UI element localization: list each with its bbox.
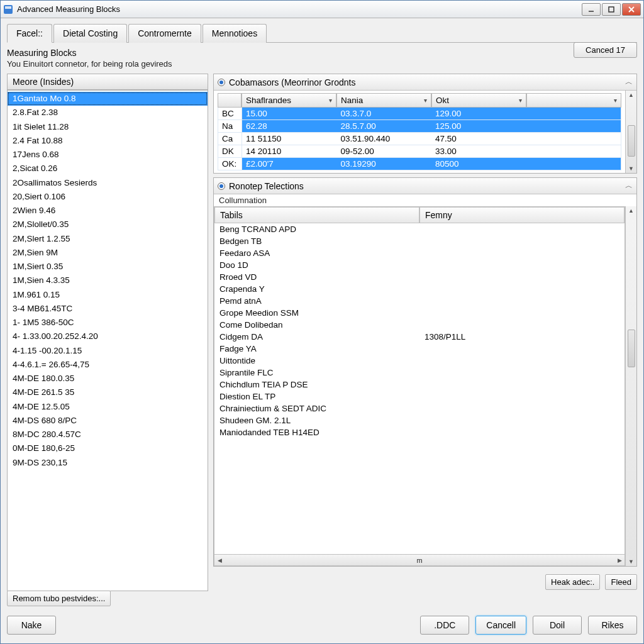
footer-button-doil[interactable]: Doil: [533, 616, 582, 635]
list-item[interactable]: 4- 1.33.00.20.252.4.20: [8, 330, 208, 343]
list-item[interactable]: 2M,Slollet/0.35: [8, 218, 208, 231]
scroll-right-icon[interactable]: ▶: [614, 557, 625, 564]
main-grid: Meore (Insides) 1Gantato Mo 0.82.8.Fat 2…: [7, 74, 637, 591]
top-grid-title: Cobamasors (Meorrinor Grodnts: [229, 77, 356, 87]
fieldset-subtitle: You Einuitort connetor, for being rola g…: [7, 59, 637, 69]
chevron-up-icon[interactable]: ︿: [625, 77, 633, 87]
bottom-table-header[interactable]: Ronotep Telections ︿: [214, 178, 636, 194]
bottom-table-scrollbar[interactable]: ▲ ▼: [625, 206, 636, 566]
table-row[interactable]: Chichdlum TEIA P DSE: [214, 379, 625, 391]
table-row[interactable]: Uittontide: [214, 355, 625, 367]
list-item[interactable]: 1Gantato Mo 0.8: [8, 92, 208, 106]
tab-0[interactable]: Facel::: [7, 24, 52, 43]
table-row[interactable]: Come Dolibedan: [214, 319, 625, 331]
window-controls: [582, 3, 641, 16]
bottom-link-left[interactable]: Remom tubo pestvides:...: [7, 591, 111, 606]
heak-button[interactable]: Heak adec:.: [545, 574, 600, 590]
scroll-up-icon[interactable]: ▲: [628, 92, 634, 98]
table-row[interactable]: Ca11 5115003.51.90.44047.50: [218, 133, 621, 145]
list-item[interactable]: 1M,Sien 4.3.35: [8, 274, 208, 287]
table-row[interactable]: Siprantile FLC: [214, 367, 625, 379]
table-row[interactable]: Pemd atnA: [214, 295, 625, 307]
list-item[interactable]: 2.4 Fat 10.88: [8, 134, 208, 148]
list-item[interactable]: 9M-DS 230,15: [8, 456, 208, 470]
footer-button-ddc[interactable]: .DDC: [420, 616, 469, 635]
list-item[interactable]: 4-4.6.1.= 26.65-4,75: [8, 358, 208, 372]
top-grid-group: Cobamasors (Meorrinor Grodnts ︿ Shaflran…: [213, 74, 637, 174]
column-header[interactable]: Okt▾: [431, 93, 526, 108]
table-row[interactable]: Cidgem DA1308/P1LL: [214, 331, 625, 343]
table-row[interactable]: Diestion EL TP: [214, 391, 625, 402]
table-row[interactable]: Na62.2828.5.7.00125.00: [218, 120, 621, 133]
list-item[interactable]: 4-1.15 -00.20.1.15: [8, 344, 208, 358]
table-row[interactable]: Crapenda Y: [214, 283, 625, 295]
list-item[interactable]: 4M-DS 680 8/PC: [8, 414, 208, 428]
list-item[interactable]: 2M,Slert 1.2.55: [8, 232, 208, 246]
list-item[interactable]: 1it Sielet 11.28: [8, 120, 208, 134]
list-item[interactable]: 1M,Siert 0.35: [8, 260, 208, 274]
tab-1[interactable]: Dietal Costing: [53, 24, 127, 43]
column-header[interactable]: Shaflrandes▾: [242, 93, 336, 108]
column-header[interactable]: Nania▾: [336, 93, 431, 108]
nake-button[interactable]: Nake: [7, 616, 56, 635]
fleed-button[interactable]: Fleed: [605, 574, 637, 590]
bottom-table-head: TabilsFemny: [214, 207, 625, 223]
table-row[interactable]: Chrainiectium & SEDT ADIC: [214, 402, 625, 414]
footer-button-rikes[interactable]: Rikes: [588, 616, 637, 635]
list-item[interactable]: 2Wien 9.46: [8, 204, 208, 218]
tab-2[interactable]: Contromernte: [128, 24, 201, 43]
list-item[interactable]: 2M,Sien 9M: [8, 246, 208, 260]
bottom-table-body[interactable]: Beng TCRAND APDBedgen TBFeedaro ASADoo 1…: [214, 223, 625, 554]
table-row[interactable]: BC15.0003.3.7.0129.00: [218, 108, 621, 120]
horizontal-scrollbar[interactable]: ◀ m ▶: [214, 554, 625, 565]
list-item[interactable]: 2Osallimatos Sesierds: [8, 176, 208, 190]
left-listbox[interactable]: 1Gantato Mo 0.82.8.Fat 2.381it Sielet 11…: [7, 90, 208, 591]
list-item[interactable]: 2,Sicat 0.26: [8, 162, 208, 175]
list-item[interactable]: 1M.961 0.15: [8, 288, 208, 302]
scroll-up-icon[interactable]: ▲: [628, 208, 634, 214]
list-item[interactable]: 1- 1M5 386-50C: [8, 316, 208, 330]
list-item[interactable]: 4M-DE 12.5.05: [8, 400, 208, 414]
scroll-down-icon[interactable]: ▼: [628, 558, 634, 565]
column-header[interactable]: ▾: [526, 93, 621, 108]
table-row[interactable]: Feedaro ASA: [214, 247, 625, 259]
table-row[interactable]: DK14 2011009-52.0033.00: [218, 145, 621, 158]
list-item[interactable]: 2.8.Fat 2.38: [8, 106, 208, 119]
list-item[interactable]: 3-4 MB61.45TC: [8, 302, 208, 316]
column-header[interactable]: Femny: [419, 207, 625, 223]
scroll-down-icon[interactable]: ▼: [628, 165, 634, 172]
top-grid-scrollbar[interactable]: ▲ ▼: [625, 91, 636, 173]
table-row[interactable]: Grope Meedion SSM: [214, 307, 625, 319]
table-row[interactable]: Shudeen GM. 2.1L: [214, 414, 625, 426]
list-item[interactable]: 0M-DE 180,6-25: [8, 441, 208, 455]
scroll-left-icon[interactable]: ◀: [214, 557, 225, 564]
table-row[interactable]: OK:£2.00'703.1929080500: [218, 158, 621, 170]
close-button[interactable]: [622, 3, 641, 16]
svg-rect-3: [609, 7, 614, 12]
minimize-button[interactable]: [582, 3, 601, 16]
chevron-up-icon[interactable]: ︿: [625, 180, 633, 191]
column-header[interactable]: Tabils: [214, 207, 419, 223]
tab-3[interactable]: Mennotioes: [203, 24, 267, 43]
scroll-thumb[interactable]: [628, 125, 635, 157]
footer-button-cancell[interactable]: Cancell: [475, 616, 526, 635]
hscroll-label: m: [225, 557, 614, 564]
fieldset-title: Measuring Blocks: [7, 48, 637, 58]
list-item[interactable]: 4M-DE 180.0.35: [8, 372, 208, 386]
table-row[interactable]: Beng TCRAND APD: [214, 223, 625, 235]
cancel-top-button[interactable]: Canced 17: [574, 42, 637, 58]
table-row[interactable]: Doo 1D: [214, 259, 625, 271]
table-row[interactable]: Bedgen TB: [214, 235, 625, 247]
table-row[interactable]: Maniodanded TEB H14ED: [214, 426, 625, 438]
table-row[interactable]: Rroed VD: [214, 271, 625, 283]
scroll-thumb[interactable]: [628, 330, 635, 367]
list-item[interactable]: 8M-DC 280.4.57C: [8, 428, 208, 441]
top-grid-header[interactable]: Cobamasors (Meorrinor Grodnts ︿: [214, 74, 636, 91]
bottom-table-group: Ronotep Telections ︿ Collumnation Tabils…: [213, 177, 637, 567]
list-item[interactable]: 20,Siert 0.106: [8, 190, 208, 204]
list-item[interactable]: 4M-DE 261.5 35: [8, 386, 208, 399]
top-datagrid[interactable]: Shaflrandes▾Nania▾Okt▾▾ BC15.0003.3.7.01…: [214, 91, 625, 173]
maximize-button[interactable]: [602, 3, 621, 16]
list-item[interactable]: 17Jens 0.68: [8, 148, 208, 162]
table-row[interactable]: Fadge YA: [214, 343, 625, 355]
